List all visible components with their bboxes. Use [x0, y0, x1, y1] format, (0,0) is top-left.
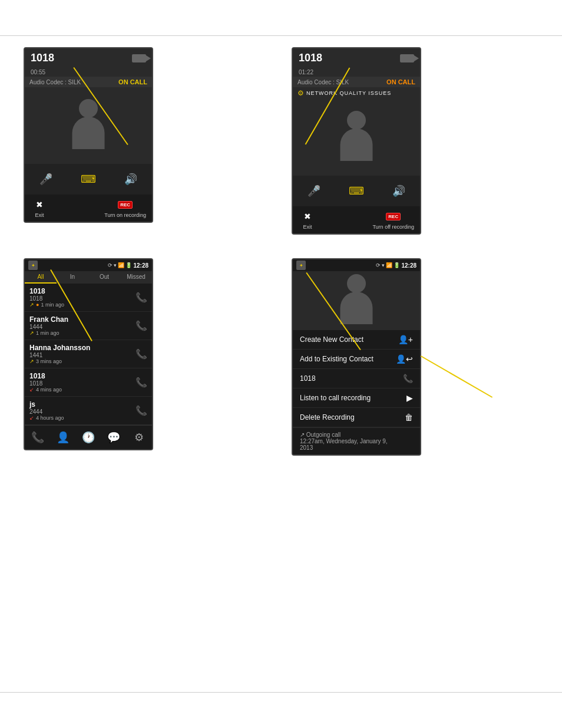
tab-out[interactable]: Out — [88, 271, 120, 284]
screen2-status: ON CALL — [386, 78, 415, 85]
screen2-speaker-icon[interactable]: 🔊 — [388, 180, 409, 202]
entry3-num: 1018 — [29, 380, 62, 387]
entry0-dir-icon: ↗ — [29, 302, 34, 308]
tab-missed[interactable]: Missed — [120, 271, 152, 284]
screen4-contact: ✦ ⟳ ▾ 📶 🔋 12:28 Create New Contact 👤+ — [292, 258, 421, 456]
entry2-call-btn[interactable]: 📞 — [135, 348, 147, 360]
entry1-call-btn[interactable]: 📞 — [135, 320, 147, 331]
entry3-dir-icon: ↙ — [29, 387, 34, 393]
screen2-timer-row: 01:22 — [293, 68, 420, 77]
calllog-tabs: All In Out Missed — [25, 271, 152, 284]
entry2-dir-icon: ↗ — [29, 358, 34, 364]
bottom-nav: 📞 👤 🕐 💬 ⚙ — [25, 425, 152, 449]
calllog-entry-1[interactable]: Frank Chan 1444 ↗ 1 min ago 📞 — [25, 312, 152, 340]
screen4-statusbar: ✦ ⟳ ▾ 📶 🔋 12:28 — [293, 259, 420, 271]
screen2-number: 1018 — [299, 52, 322, 64]
entry0-dot: ● — [36, 302, 39, 308]
screen2-rec-badge: REC — [386, 213, 401, 220]
menu-delete-label: Delete Recording — [300, 413, 355, 421]
nav-calls-icon[interactable]: 📞 — [29, 429, 46, 446]
screen4-sync-icon: ⟳ — [376, 262, 381, 268]
screen3-status-left: ✦ — [28, 261, 38, 270]
entry4-time: ↙ 4 hours ago — [29, 415, 64, 421]
battery-icon: 🔋 — [125, 262, 132, 268]
entry2-name: Hanna Johansson — [29, 344, 90, 352]
screen3-calllog: ✦ ⟳ ▾ 📶 🔋 12:28 All In Out Missed — [24, 258, 153, 450]
screen4-arrow-line2 — [421, 355, 492, 398]
entry4-name: js — [29, 400, 64, 409]
exit-btn[interactable]: ✖ Exit — [31, 198, 48, 218]
entry3-info: 1018 1018 ↙ 4 mins ago — [29, 372, 62, 393]
tab-all[interactable]: All — [25, 271, 57, 284]
video-icon[interactable] — [132, 54, 146, 62]
screen1-avatar — [65, 96, 112, 155]
entry3-call-btn[interactable]: 📞 — [135, 377, 147, 388]
screen2-rec-label: Turn off recording — [372, 224, 414, 230]
screen1-status: ON CALL — [118, 78, 147, 85]
mic-icon[interactable]: 🎤 — [35, 169, 57, 190]
top-divider — [0, 35, 562, 36]
screen2-avatar — [333, 108, 380, 167]
entry4-num: 2444 — [29, 409, 64, 415]
menu-add-existing-label: Add to Existing Contact — [300, 355, 373, 363]
screen1-actions: ✖ Exit REC Turn on recording — [25, 195, 152, 222]
screen1-avatar-area — [25, 87, 152, 164]
entry4-dir-icon: ↙ — [29, 415, 34, 421]
screen2-exit-icon: ✖ — [299, 210, 316, 223]
entry1-dir-icon: ↗ — [29, 330, 34, 336]
entry0-name: 1018 — [29, 287, 64, 295]
menu-add-existing[interactable]: Add to Existing Contact 👤↩ — [293, 350, 420, 369]
calllog-entry-3[interactable]: 1018 1018 ↙ 4 mins ago 📞 — [25, 368, 152, 397]
tab-in[interactable]: In — [57, 271, 88, 284]
screen2-mic-icon[interactable]: 🎤 — [303, 180, 325, 202]
calllog-entry-0[interactable]: 1018 1018 ↗ ● 1 min ago 📞 — [25, 284, 152, 312]
entry0-num: 1018 — [29, 295, 64, 302]
menu-call-number[interactable]: 1018 📞 — [293, 369, 420, 388]
entry2-time: ↗ 3 mins ago — [29, 358, 90, 364]
screen1-number: 1018 — [31, 52, 54, 64]
entry4-call-btn[interactable]: 📞 — [135, 405, 147, 416]
menu-listen-recording[interactable]: Listen to call recording ▶ — [293, 388, 420, 408]
rec-label: Turn on recording — [104, 212, 146, 218]
speaker-icon[interactable]: 🔊 — [120, 169, 141, 190]
screen4-app-icon: ✦ — [296, 261, 306, 270]
screen3-time: 12:28 — [133, 262, 148, 269]
calllog-entry-4[interactable]: js 2444 ↙ 4 hours ago 📞 — [25, 397, 152, 425]
keypad-icon[interactable]: ⌨ — [78, 169, 99, 190]
record-btn[interactable]: REC Turn on recording — [104, 198, 146, 218]
screen2-exit-btn[interactable]: ✖ Exit — [299, 210, 316, 230]
screen2-codec-bar: Audio Codec : SILK ON CALL — [293, 77, 420, 87]
menu-call-icon: 📞 — [403, 374, 413, 383]
screen4-wifi-icon: ▾ — [382, 262, 385, 268]
nav-history-icon[interactable]: 🕐 — [80, 429, 97, 446]
screen2-record-btn[interactable]: REC Turn off recording — [372, 210, 414, 230]
screen2-keypad-icon[interactable]: ⌨ — [346, 180, 367, 202]
nav-messages-icon[interactable]: 💬 — [105, 429, 122, 446]
nav-contacts-icon[interactable]: 👤 — [55, 429, 71, 446]
menu-trash-icon: 🗑 — [405, 413, 413, 422]
menu-create-contact[interactable]: Create New Contact 👤+ — [293, 330, 420, 350]
screen4-footer: ↗ Outgoing call 12:27am, Wednesday, Janu… — [293, 427, 420, 454]
screen4-app-icon-symbol: ✦ — [299, 263, 303, 268]
screen2-rec-icon: REC — [385, 210, 402, 223]
wifi-icon: ▾ — [114, 262, 117, 268]
menu-delete-recording[interactable]: Delete Recording 🗑 — [293, 408, 420, 427]
network-warn-icon: ⚙ — [297, 89, 304, 97]
footer-line1: ↗ Outgoing call — [300, 431, 413, 438]
entry3-time: ↙ 4 mins ago — [29, 387, 62, 393]
entry1-name: Frank Chan — [29, 315, 68, 324]
screen2-video-icon[interactable] — [400, 54, 414, 62]
footer-line3: 2013 — [300, 444, 413, 451]
nav-settings-icon[interactable]: ⚙ — [131, 429, 147, 446]
menu-listen-label: Listen to call recording — [300, 394, 371, 402]
screen2-timer: 01:22 — [299, 69, 313, 75]
screen1-codec: Audio Codec : SILK — [29, 79, 81, 85]
menu-create-icon: 👤+ — [398, 335, 413, 344]
calllog-entry-2[interactable]: Hanna Johansson 1441 ↗ 3 mins ago 📞 — [25, 340, 152, 368]
entry0-call-btn[interactable]: 📞 — [135, 292, 147, 303]
network-issue-bar: ⚙ NETWORK QUALITY ISSUES — [293, 87, 420, 99]
screen3-status-icons: ⟳ ▾ 📶 🔋 12:28 — [108, 262, 148, 269]
screen2-exit-label: Exit — [303, 224, 312, 230]
rec-icon: REC — [117, 198, 134, 211]
screen2-controls: 🎤 ⌨ 🔊 — [293, 176, 420, 206]
